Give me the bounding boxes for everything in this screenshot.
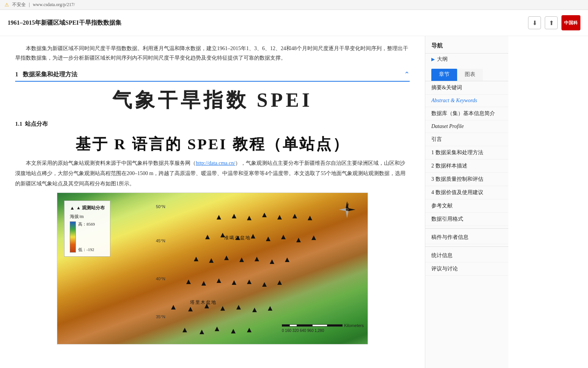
map-marker: [268, 306, 272, 311]
map-marker: [224, 256, 229, 260]
nav-header: 导航: [425, 42, 508, 54]
nav-citation[interactable]: 数据引用格式: [425, 213, 508, 226]
nav-section2[interactable]: 2 数据样本描述: [425, 160, 508, 173]
svg-marker-1: [346, 210, 349, 218]
url-text: www.csdata.org/p/217/: [33, 2, 75, 8]
map-marker: [194, 257, 198, 261]
map-marker: [262, 282, 267, 287]
legend-high: 高：8569: [78, 221, 95, 227]
map-marker: [209, 258, 214, 263]
section1-number: 1: [15, 71, 18, 77]
map-marker: [255, 257, 259, 261]
tab-row: 章节 图表: [425, 65, 508, 81]
map-marker: [182, 328, 187, 332]
map-marker: [247, 328, 252, 332]
map-marker: [296, 238, 301, 242]
map-legend: ▲▲ 观测站分布 海拔/m 高：8569 低：-192: [64, 201, 110, 257]
map-marker: [232, 280, 236, 285]
legend-color-bar: [70, 221, 76, 253]
map-marker: [217, 278, 221, 283]
nav-db-intro[interactable]: 数据库（集）基本信息简介: [425, 107, 508, 120]
legend-content: 海拔/m 高：8569 低：-192: [70, 213, 105, 253]
map-marker: [277, 215, 282, 220]
nav-dataset-profile[interactable]: Dataset Profile: [425, 120, 508, 133]
nav-stats[interactable]: 统计信息: [425, 249, 508, 262]
nav-divider-2: [425, 246, 508, 247]
map-marker: [188, 307, 193, 311]
content-area: 本数据集为新疆区域不同时间尺度干旱指数数据。利用逐月气温和降水数据，建立1961…: [0, 36, 425, 368]
map-marker: [270, 259, 274, 264]
map-marker: [247, 280, 252, 284]
map-marker: [311, 235, 316, 240]
svg-point-4: [346, 208, 348, 211]
map-marker: [252, 308, 257, 312]
lat-45n: 45°N: [156, 238, 165, 243]
nav-section1[interactable]: 1 数据采集和处理方法: [425, 146, 508, 160]
svg-text:N: N: [346, 202, 349, 206]
page-title: 1961–2015年新疆区域SPEI干旱指数数据集: [8, 19, 121, 27]
map-marker: [220, 233, 225, 237]
tab-chapter[interactable]: 章节: [431, 69, 457, 81]
watermark-text: 气象干旱指数 SPEI: [15, 87, 410, 114]
intro-paragraph: 本数据集为新疆区域不同时间尺度干旱指数数据。利用逐月气温和降水数据，建立1961…: [15, 44, 410, 63]
outline-item[interactable]: ▶ 大纲: [425, 54, 508, 65]
map-marker: [201, 281, 206, 286]
scale-bar: Kilometers 0 160 320 640 960 1,280: [282, 323, 364, 333]
map-marker: [231, 329, 236, 333]
nav-abstract-en[interactable]: Abstract & Keywords: [425, 95, 508, 107]
compass-rose: N: [338, 201, 356, 219]
tab-figure[interactable]: 图表: [457, 69, 483, 81]
map-marker: [281, 235, 286, 239]
map-marker: [262, 213, 267, 217]
nav-abstract[interactable]: 摘要&关键词: [425, 81, 508, 95]
nav-section3[interactable]: 3 数据质量控制和评估: [425, 173, 508, 186]
map-marker: [292, 214, 297, 218]
data-link[interactable]: http://data.cma.cn/: [196, 160, 235, 166]
map-marker: [204, 304, 209, 308]
map-marker: [200, 330, 204, 334]
section1-header: 1 数据采集和处理方法 ⌃: [15, 70, 410, 82]
warning-text: 不安全: [12, 2, 26, 8]
map-marker: [186, 280, 191, 284]
warning-icon: ⚠: [5, 2, 9, 8]
map-container: ▲▲ 观测站分布 海拔/m 高：8569 低：-192: [57, 193, 368, 344]
body-text-1: 本文所采用的原始气象站观测资料来源于中国气象科学数据共享服务网（http://d…: [15, 158, 410, 189]
map-marker: [236, 305, 241, 310]
subsection1-1-title: 1.1 站点分布: [15, 120, 410, 128]
map-marker: [277, 280, 282, 285]
top-bar: ⚠ 不安全 | www.csdata.org/p/217/: [0, 0, 588, 10]
nav-discussion[interactable]: 评议与讨论: [425, 262, 508, 276]
map-marker: [171, 305, 176, 310]
scale-label: Kilometers: [344, 323, 364, 328]
lat-40n: 40°N: [156, 276, 165, 281]
outline-arrow: ▶: [431, 57, 435, 62]
svg-marker-3: [348, 208, 355, 211]
download-button[interactable]: ⬇: [528, 16, 541, 29]
nav-references[interactable]: 参考文献: [425, 199, 508, 213]
main-layout: 本数据集为新疆区域不同时间尺度干旱指数数据。利用逐月气温和降水数据，建立1961…: [0, 36, 588, 368]
map-marker: [232, 214, 236, 218]
scale-values: 0 160 320 640 960 1,280: [282, 329, 364, 333]
lat-50n: 50°N: [156, 204, 165, 209]
nav-intro[interactable]: 引言: [425, 133, 508, 146]
action-buttons: ⬇ ⬆ 中国科: [528, 15, 580, 30]
section1-title: 数据采集和处理方法: [23, 71, 77, 77]
svg-marker-2: [339, 208, 346, 211]
map-marker: [308, 216, 312, 220]
section1-collapse-icon[interactable]: ⌃: [404, 70, 410, 79]
map-marker: [247, 216, 252, 220]
big-title-overlay: 基于 R 语言的 SPEI 教程（单站点）: [15, 134, 410, 155]
legend-title: ▲▲ 观测站分布: [70, 205, 105, 211]
map-marker: [251, 234, 255, 238]
title-bar: 1961–2015年新疆区域SPEI干旱指数数据集 ⬇ ⬆ 中国科: [0, 10, 588, 36]
map-marker: [266, 237, 270, 241]
share-button[interactable]: ⬆: [545, 16, 558, 29]
nav-author-info[interactable]: 稿件与作者信息: [425, 231, 508, 244]
region2-label: 塔里木盆地: [190, 299, 217, 306]
map-marker: [220, 306, 225, 311]
lat-35n: 35°N: [156, 314, 165, 319]
nav-section4[interactable]: 4 数据价值及使用建议: [425, 186, 508, 199]
nav-divider: [425, 228, 508, 229]
legend-low: 低：-192: [78, 247, 95, 253]
site-logo: 中国科: [561, 15, 580, 30]
